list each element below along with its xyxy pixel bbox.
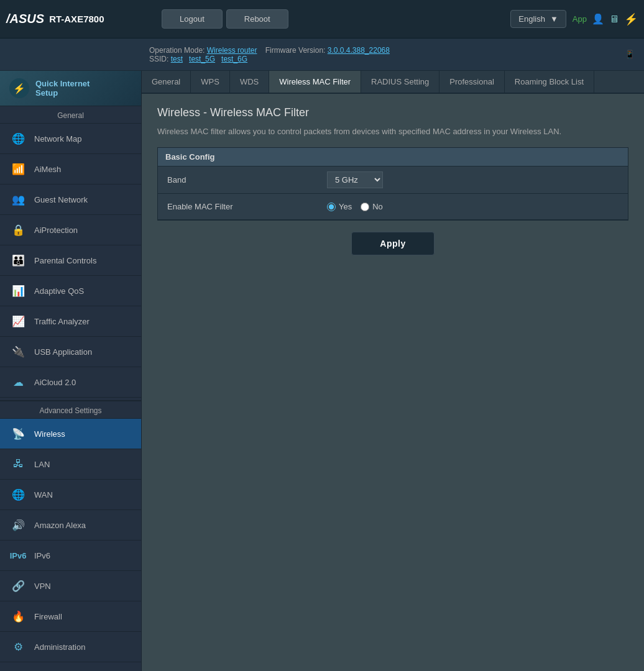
sidebar-item-guest-network[interactable]: 👥 Guest Network: [0, 185, 141, 215]
mac-filter-no-radio[interactable]: [361, 203, 369, 211]
network-map-icon: 🌐: [9, 130, 27, 147]
quick-setup-icon: ⚡: [9, 78, 29, 98]
sidebar-item-wan[interactable]: 🌐 WAN: [0, 480, 141, 510]
sidebar-item-ipv6[interactable]: IPv6 IPv6: [0, 541, 141, 571]
sidebar-item-system-log[interactable]: 📋 System Log: [0, 662, 141, 671]
mac-filter-yes-radio[interactable]: [327, 203, 336, 211]
sidebar-item-traffic-analyzer[interactable]: 📈 Traffic Analyzer: [0, 306, 141, 337]
config-header: Basic Config: [158, 148, 628, 167]
aicloud-icon: ☁: [9, 373, 27, 391]
operation-mode-value[interactable]: Wireless router: [207, 46, 257, 55]
model-name: RT-AXE7800: [49, 14, 104, 24]
enable-mac-filter-value: Yes No: [320, 197, 628, 216]
config-section: Basic Config Band 2.4 GHz 5 GHz 6 GHz En…: [157, 147, 628, 221]
tab-radius-setting[interactable]: RADIUS Setting: [361, 71, 439, 93]
mac-filter-yes-label[interactable]: Yes: [327, 202, 352, 211]
sidebar-item-vpn[interactable]: 🔗 VPN: [0, 571, 141, 601]
ssid-2g[interactable]: test: [171, 55, 183, 63]
app-icon: 📱: [625, 50, 635, 59]
band-row: Band 2.4 GHz 5 GHz 6 GHz: [158, 167, 628, 194]
wan-icon: 🌐: [9, 486, 27, 503]
top-bar: /ASUS RT-AXE7800 Logout Reboot English ▼…: [0, 0, 644, 39]
mac-filter-no-label[interactable]: No: [361, 202, 383, 211]
info-bar: Operation Mode: Wireless router Firmware…: [0, 39, 644, 71]
language-label: English: [518, 14, 545, 24]
tab-wds[interactable]: WDS: [230, 71, 269, 93]
person-icon[interactable]: 👤: [592, 13, 604, 25]
sidebar-item-firewall[interactable]: 🔥 Firewall: [0, 601, 141, 632]
tab-wps[interactable]: WPS: [191, 71, 230, 93]
quick-internet-setup-button[interactable]: ⚡ Quick InternetSetup: [0, 71, 141, 106]
sidebar-item-administration[interactable]: ⚙ Administration: [0, 632, 141, 662]
amazon-alexa-icon: 🔊: [9, 516, 27, 534]
band-value: 2.4 GHz 5 GHz 6 GHz: [320, 167, 628, 193]
top-buttons: Logout Reboot: [149, 9, 510, 29]
page-title: Wireless - Wireless MAC Filter: [157, 106, 628, 119]
page-description: Wireless MAC filter allows you to contro…: [157, 127, 628, 136]
ssid-5g[interactable]: test_5G: [189, 55, 215, 63]
info-left: Operation Mode: Wireless router Firmware…: [149, 46, 390, 63]
mac-filter-no-text: No: [372, 202, 383, 211]
system-log-icon: 📋: [9, 669, 27, 671]
sidebar-label-firewall: Firewall: [34, 612, 62, 621]
top-icons: App 👤 🖥 ⚡: [573, 12, 638, 26]
sidebar-item-amazon-alexa[interactable]: 🔊 Amazon Alexa: [0, 510, 141, 541]
apply-button[interactable]: Apply: [351, 232, 434, 255]
adaptive-qos-icon: 📊: [9, 282, 27, 299]
guest-network-icon: 👥: [9, 191, 27, 208]
band-select[interactable]: 2.4 GHz 5 GHz 6 GHz: [327, 171, 383, 188]
sidebar-label-network-map: Network Map: [34, 134, 82, 144]
tab-general[interactable]: General: [142, 71, 191, 93]
ssid-label: SSID:: [149, 55, 168, 63]
asus-logo: /ASUS: [6, 12, 44, 26]
sidebar-label-amazon-alexa: Amazon Alexa: [34, 521, 86, 530]
aimesh-icon: 📶: [9, 160, 27, 178]
sidebar-item-aiprotection[interactable]: 🔒 AiProtection: [0, 215, 141, 245]
sidebar-item-aicloud[interactable]: ☁ AiCloud 2.0: [0, 367, 141, 398]
enable-mac-filter-label: Enable MAC Filter: [158, 196, 320, 217]
administration-icon: ⚙: [9, 638, 27, 655]
sidebar-item-lan[interactable]: 🖧 LAN: [0, 449, 141, 480]
logout-button[interactable]: Logout: [162, 9, 223, 29]
lan-icon: 🖧: [9, 455, 27, 473]
app-label[interactable]: App: [573, 14, 587, 24]
general-section-title: General: [0, 106, 141, 124]
sidebar-item-wireless[interactable]: 📡 Wireless: [0, 419, 141, 449]
language-selector[interactable]: English ▼: [510, 10, 566, 28]
content-area: General WPS WDS Wireless MAC Filter RADI…: [142, 71, 644, 671]
monitor-icon[interactable]: 🖥: [609, 14, 619, 25]
app-button[interactable]: 📱: [625, 50, 635, 59]
sidebar-label-aicloud: AiCloud 2.0: [34, 378, 76, 387]
sidebar-label-aimesh: AiMesh: [34, 165, 61, 174]
firmware-label: Firmware Version:: [265, 46, 326, 55]
logo-area: /ASUS RT-AXE7800: [6, 12, 149, 26]
tab-wireless-mac-filter[interactable]: Wireless MAC Filter: [269, 71, 361, 93]
enable-mac-filter-row: Enable MAC Filter Yes No: [158, 194, 628, 220]
firmware-value[interactable]: 3.0.0.4.388_22068: [328, 46, 390, 55]
parental-controls-icon: 👪: [9, 252, 27, 269]
sidebar-item-network-map[interactable]: 🌐 Network Map: [0, 124, 141, 154]
sidebar-label-aiprotection: AiProtection: [34, 226, 78, 235]
tab-professional[interactable]: Professional: [439, 71, 505, 93]
operation-mode-label: Operation Mode:: [149, 46, 205, 55]
quick-setup-label: Quick InternetSetup: [35, 79, 90, 98]
sidebar-label-guest-network: Guest Network: [34, 195, 88, 204]
usb-icon[interactable]: ⚡: [624, 12, 638, 26]
sidebar-item-aimesh[interactable]: 📶 AiMesh: [0, 154, 141, 185]
sidebar-label-usb-application: USB Application: [34, 347, 92, 357]
tab-roaming-block-list[interactable]: Roaming Block List: [505, 71, 594, 93]
ssid-6g[interactable]: test_6G: [221, 55, 247, 63]
reboot-button[interactable]: Reboot: [226, 9, 288, 29]
sidebar-item-adaptive-qos[interactable]: 📊 Adaptive QoS: [0, 276, 141, 306]
sidebar-item-usb-application[interactable]: 🔌 USB Application: [0, 337, 141, 367]
sidebar-label-adaptive-qos: Adaptive QoS: [34, 286, 84, 296]
sidebar-item-parental-controls[interactable]: 👪 Parental Controls: [0, 245, 141, 276]
main-layout: ⚡ Quick InternetSetup General 🌐 Network …: [0, 71, 644, 671]
sidebar-label-parental-controls: Parental Controls: [34, 256, 96, 265]
advanced-section-title: Advanced Settings: [0, 400, 141, 419]
page-content: Wireless - Wireless MAC Filter Wireless …: [142, 94, 644, 274]
band-label: Band: [158, 169, 320, 191]
apply-row: Apply: [157, 221, 628, 262]
usb-application-icon: 🔌: [9, 343, 27, 360]
sidebar-label-vpn: VPN: [34, 582, 51, 591]
